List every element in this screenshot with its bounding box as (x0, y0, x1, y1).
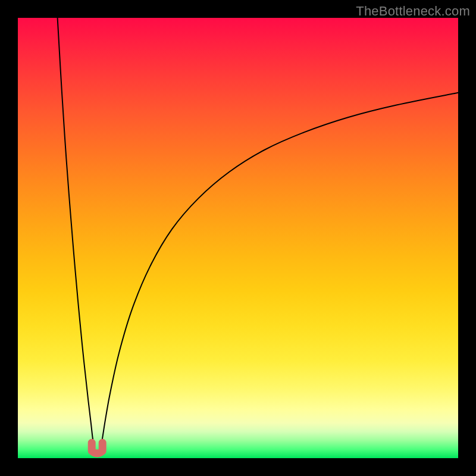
curve-right-branch (101, 93, 458, 449)
watermark-text: TheBottleneck.com (356, 4, 470, 19)
curve-left-branch (58, 18, 95, 449)
chart-frame: TheBottleneck.com (0, 0, 476, 476)
curve-layer (18, 18, 458, 458)
minimum-marker (92, 443, 102, 453)
plot-area (18, 18, 458, 458)
